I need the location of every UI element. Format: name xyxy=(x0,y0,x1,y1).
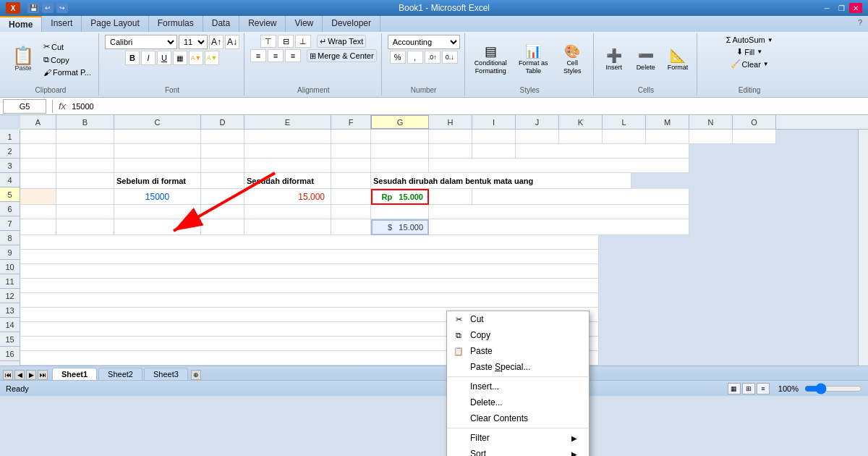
zoom-slider[interactable] xyxy=(804,383,862,394)
context-delete[interactable]: Delete... xyxy=(447,394,589,410)
cell-b4[interactable] xyxy=(56,173,114,189)
cell-rest3[interactable] xyxy=(429,159,689,173)
fill-button[interactable]: ⬇ Fill ▼ xyxy=(733,46,765,57)
cell-a3[interactable] xyxy=(20,159,56,173)
context-clear-contents[interactable]: Clear Contents xyxy=(447,410,589,426)
next-sheet-btn[interactable]: ▶ xyxy=(26,370,36,380)
row-num-2[interactable]: 2 xyxy=(0,144,20,159)
font-family-select[interactable]: Calibri xyxy=(105,35,177,49)
row-num-10[interactable]: 10 xyxy=(0,260,20,274)
redo-quick-btn[interactable]: ↪ xyxy=(56,3,68,13)
merge-center-button[interactable]: ⊞ Merge & Center xyxy=(307,49,377,62)
help-btn[interactable]: ? xyxy=(852,16,868,32)
decrease-decimal-btn[interactable]: 0.↓ xyxy=(442,51,458,64)
cell-g2[interactable] xyxy=(371,144,429,159)
context-filter[interactable]: Filter ▶ xyxy=(447,430,589,446)
col-header-f[interactable]: F xyxy=(331,115,371,129)
formula-input[interactable] xyxy=(72,99,865,114)
cell-a1[interactable] xyxy=(20,130,56,144)
cell-f2[interactable] xyxy=(331,144,371,159)
cell-f3[interactable] xyxy=(331,159,371,173)
cell-a5[interactable] xyxy=(20,189,56,205)
align-right-btn[interactable]: ≡ xyxy=(285,49,301,62)
percent-btn[interactable]: % xyxy=(390,51,406,64)
first-sheet-btn[interactable]: ⏮ xyxy=(3,370,13,380)
clear-button[interactable]: 🧹 Clear ▼ xyxy=(728,59,772,69)
row9[interactable] xyxy=(20,250,599,264)
cell-e4[interactable]: Sesudah diformat xyxy=(244,173,331,189)
font-size-select[interactable]: 11 xyxy=(179,35,208,49)
tab-view[interactable]: View xyxy=(286,16,323,32)
cell-b1[interactable] xyxy=(56,130,114,144)
normal-view-btn[interactable]: ▦ xyxy=(728,383,741,394)
cell-d5[interactable] xyxy=(201,189,244,205)
insert-cells-button[interactable]: ➕ Insert xyxy=(600,46,629,72)
cell-h1[interactable] xyxy=(429,130,472,144)
cell-g6[interactable] xyxy=(371,205,429,219)
cell-i2[interactable] xyxy=(472,144,516,159)
cell-c4[interactable]: Sebelum di format xyxy=(114,173,201,189)
col-header-g[interactable]: G xyxy=(371,115,429,129)
font-color-button[interactable]: A▼ xyxy=(205,51,219,65)
row12[interactable] xyxy=(20,293,599,308)
autosum-dropdown[interactable]: ▼ xyxy=(767,37,773,43)
cell-e7[interactable] xyxy=(244,219,331,235)
cell-b6[interactable] xyxy=(56,205,114,219)
cell-c2[interactable] xyxy=(114,144,201,159)
format-painter-button[interactable]: 🖌 Format P... xyxy=(41,67,94,78)
cell-l1[interactable] xyxy=(603,130,646,144)
page-layout-view-btn[interactable]: ⊞ xyxy=(742,383,755,394)
increase-font-btn[interactable]: A↑ xyxy=(209,35,224,49)
context-insert[interactable]: Insert... xyxy=(447,379,589,394)
paste-button[interactable]: 📋 Paste xyxy=(7,46,39,73)
bold-button[interactable]: B xyxy=(125,51,140,65)
cell-c1[interactable] xyxy=(114,130,201,144)
cell-g1[interactable] xyxy=(371,130,429,144)
cell-d2[interactable] xyxy=(201,144,244,159)
prev-sheet-btn[interactable]: ◀ xyxy=(14,370,25,380)
cell-e5[interactable]: 15.000 xyxy=(244,189,331,205)
tab-developer[interactable]: Developer xyxy=(323,16,380,32)
cell-a7[interactable] xyxy=(20,219,56,235)
restore-btn[interactable]: ❐ xyxy=(835,3,848,13)
increase-decimal-btn[interactable]: .0↑ xyxy=(425,51,441,64)
context-paste[interactable]: 📋 Paste xyxy=(447,343,589,359)
conditional-formatting-button[interactable]: ▤ Conditional Formatting xyxy=(471,42,511,77)
cell-h5[interactable] xyxy=(429,189,472,205)
wrap-text-button[interactable]: ↵ Wrap Text xyxy=(317,35,366,48)
cell-b7[interactable] xyxy=(56,219,114,235)
cell-e2[interactable] xyxy=(244,144,331,159)
col-header-i[interactable]: I xyxy=(472,115,516,129)
cell-f6[interactable] xyxy=(331,205,371,219)
row-num-3[interactable]: 3 xyxy=(0,159,20,173)
last-sheet-btn[interactable]: ⏭ xyxy=(38,370,48,380)
cell-k1[interactable] xyxy=(559,130,603,144)
cut-button[interactable]: ✂ Cut xyxy=(41,41,94,53)
context-paste-special[interactable]: Paste Special... xyxy=(447,359,589,375)
copy-button[interactable]: ⧉ Copy xyxy=(41,54,94,66)
cell-e6[interactable] xyxy=(244,205,331,219)
cell-d7[interactable] xyxy=(201,219,244,235)
tab-home[interactable]: Home xyxy=(0,16,42,32)
cell-d6[interactable] xyxy=(201,205,244,219)
comma-btn[interactable]: , xyxy=(407,51,423,64)
cell-d3[interactable] xyxy=(201,159,244,173)
cell-c5[interactable]: 15000 xyxy=(114,189,201,205)
col-header-m[interactable]: M xyxy=(646,115,689,129)
save-quick-btn[interactable]: 💾 xyxy=(27,3,39,13)
cell-h2[interactable] xyxy=(429,144,472,159)
col-header-o[interactable]: O xyxy=(733,115,776,129)
cell-rest5[interactable] xyxy=(472,189,689,205)
row-num-8[interactable]: 8 xyxy=(0,231,20,245)
format-as-table-button[interactable]: 📊 Format as Table xyxy=(514,42,553,77)
cell-b5[interactable] xyxy=(56,189,114,205)
cell-c6[interactable] xyxy=(114,205,201,219)
cell-c3[interactable] xyxy=(114,159,201,173)
row-num-7[interactable]: 7 xyxy=(0,216,20,231)
sheet-tab-sheet2[interactable]: Sheet2 xyxy=(98,368,142,380)
cell-d4[interactable] xyxy=(201,173,244,189)
context-cut[interactable]: ✂ Cut xyxy=(447,311,589,327)
cell-rest7[interactable] xyxy=(429,219,689,235)
autosum-button[interactable]: Σ AutoSum ▼ xyxy=(723,35,776,45)
context-sort[interactable]: Sort ▶ xyxy=(447,446,589,456)
